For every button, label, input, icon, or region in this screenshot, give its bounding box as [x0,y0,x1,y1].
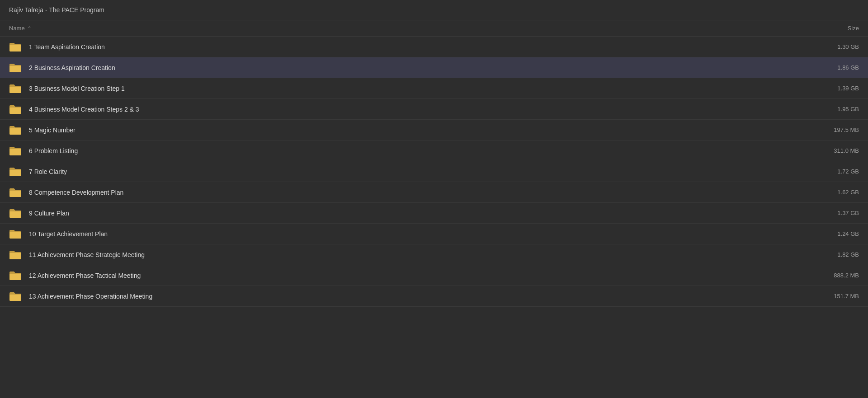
file-row[interactable]: 11 Achievement Phase Strategic Meeting 1… [0,244,868,265]
column-headers: Name ⌃ Size [0,20,868,37]
folder-icon [9,229,22,239]
folder-icon [9,63,22,73]
file-row[interactable]: 10 Target Achievement Plan 1.24 GB [0,224,868,244]
file-row-left: 13 Achievement Phase Operational Meeting [9,291,152,301]
file-row[interactable]: 2 Business Aspiration Creation 1.86 GB [0,57,868,78]
file-row[interactable]: 13 Achievement Phase Operational Meeting… [0,286,868,307]
file-row[interactable]: 12 Achievement Phase Tactical Meeting 88… [0,265,868,286]
column-size-header[interactable]: Size [814,25,859,32]
file-name: 13 Achievement Phase Operational Meeting [29,293,152,300]
file-size: 1.62 GB [814,189,859,196]
file-name: 7 Role Clarity [29,168,67,175]
file-size: 1.72 GB [814,168,859,175]
file-row-left: 3 Business Model Creation Step 1 [9,84,125,94]
file-list: 1 Team Aspiration Creation 1.30 GB 2 Bus… [0,37,868,307]
file-row[interactable]: 1 Team Aspiration Creation 1.30 GB [0,37,868,57]
file-name: 2 Business Aspiration Creation [29,64,115,71]
file-row[interactable]: 3 Business Model Creation Step 1 1.39 GB [0,78,868,99]
file-name: 11 Achievement Phase Strategic Meeting [29,251,145,258]
file-name: 9 Culture Plan [29,210,69,217]
column-name-header[interactable]: Name ⌃ [9,25,31,32]
file-size: 1.39 GB [814,85,859,92]
file-row-left: 11 Achievement Phase Strategic Meeting [9,250,145,260]
file-name: 4 Business Model Creation Steps 2 & 3 [29,106,139,113]
file-name: 6 Problem Listing [29,147,78,155]
folder-icon [9,84,22,94]
file-row[interactable]: 8 Competence Development Plan 1.62 GB [0,182,868,203]
file-name: 12 Achievement Phase Tactical Meeting [29,272,141,279]
file-row[interactable]: 9 Culture Plan 1.37 GB [0,203,868,224]
folder-icon [9,250,22,260]
file-name: 3 Business Model Creation Step 1 [29,85,125,92]
file-size: 1.30 GB [814,43,859,50]
file-size: 1.24 GB [814,230,859,237]
sort-arrow-icon: ⌃ [28,26,31,31]
file-name: 5 Magic Number [29,126,75,134]
file-size: 197.5 MB [814,126,859,133]
folder-icon [9,208,22,218]
file-row-left: 10 Target Achievement Plan [9,229,108,239]
file-row-left: 2 Business Aspiration Creation [9,63,115,73]
file-size: 151.7 MB [814,293,859,300]
file-size: 1.82 GB [814,251,859,258]
folder-icon [9,167,22,177]
file-row-left: 12 Achievement Phase Tactical Meeting [9,271,141,281]
app-title: Rajiv Talreja - The PACE Program [9,6,104,14]
file-size: 1.95 GB [814,106,859,112]
file-name: 8 Competence Development Plan [29,189,123,196]
folder-icon [9,271,22,281]
file-name: 1 Team Aspiration Creation [29,43,105,51]
folder-icon [9,291,22,301]
file-size: 1.37 GB [814,210,859,216]
file-row[interactable]: 5 Magic Number 197.5 MB [0,120,868,140]
file-row[interactable]: 7 Role Clarity 1.72 GB [0,161,868,182]
file-row-left: 9 Culture Plan [9,208,69,218]
folder-icon [9,187,22,197]
file-row-left: 5 Magic Number [9,125,75,135]
app-title-bar: Rajiv Talreja - The PACE Program [0,0,868,20]
file-row-left: 1 Team Aspiration Creation [9,42,105,52]
file-row[interactable]: 4 Business Model Creation Steps 2 & 3 1.… [0,99,868,120]
file-name: 10 Target Achievement Plan [29,230,108,238]
file-row-left: 7 Role Clarity [9,167,67,177]
file-row-left: 6 Problem Listing [9,146,78,156]
folder-icon [9,104,22,114]
folder-icon [9,146,22,156]
file-size: 888.2 MB [814,272,859,279]
file-size: 1.86 GB [814,64,859,71]
file-row[interactable]: 6 Problem Listing 311.0 MB [0,140,868,161]
file-row-left: 4 Business Model Creation Steps 2 & 3 [9,104,139,114]
file-row-left: 8 Competence Development Plan [9,187,123,197]
file-size: 311.0 MB [814,147,859,154]
folder-icon [9,125,22,135]
folder-icon [9,42,22,52]
